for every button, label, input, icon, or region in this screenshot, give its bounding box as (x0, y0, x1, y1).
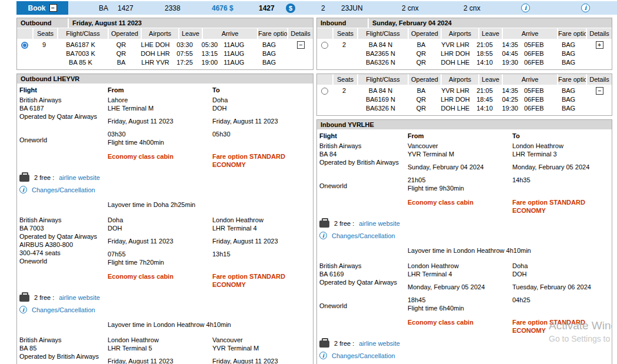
col-details: Details (288, 28, 313, 39)
arrive-date: 06FEB (524, 58, 544, 67)
alliance: Oneworld (19, 257, 103, 265)
currency-icon[interactable]: $ (286, 4, 295, 13)
fare-option-value: BAG (250, 49, 288, 58)
seats-value: 9 (32, 41, 56, 49)
operated-by: Operated by Qatar Airways (19, 112, 103, 121)
leave-value: 18:55 (473, 49, 496, 58)
from-city: Doha (108, 216, 208, 224)
departure-date-code: 23JUN (341, 1, 363, 15)
arrive-time: 04:25 (502, 95, 518, 104)
fare-option-value: BAG (550, 95, 587, 104)
operated-value: QR (405, 58, 437, 67)
arrive-time: 13:15 (202, 49, 218, 58)
flight-class-value: BA6169 N (356, 95, 405, 104)
layover-info: Layover time in London Heathrow 4h10min (408, 246, 608, 255)
to-time: 14h35 (512, 176, 608, 184)
inbound-connections: 2 cnx (463, 1, 481, 15)
col-leave: Leave (479, 28, 502, 39)
col-leave: Leave (479, 74, 502, 85)
flight-segment: British Airways BA 85 Operated by Britis… (19, 336, 309, 364)
to-date: Friday, August 11 2023 (212, 357, 309, 364)
changes-cancellation-link[interactable]: Changes/Cancellation (332, 232, 395, 239)
airline-website-link[interactable]: airline website (359, 340, 400, 347)
flight-time: Flight time 6h40min (408, 304, 508, 312)
leave-value: 07:55 (174, 49, 196, 58)
details-toggle-icon[interactable]: + (596, 41, 603, 49)
arrive-time: 19:00 (202, 58, 218, 67)
operated-by: Operated by British Airways (19, 352, 103, 360)
passenger-count: 2 (321, 1, 325, 15)
airline-name: British Airways (19, 96, 103, 104)
fare-option-label: Fare option STANDARD ECONOMY (512, 318, 608, 335)
airline-website-link[interactable]: airline website (359, 220, 400, 227)
table-row: BA7003 K QR DOH LHR 07:55 13:1511AUG BAG (17, 49, 313, 58)
to-city: London Heathrow (212, 216, 309, 224)
arrive-date: 11AUG (224, 49, 244, 58)
inbound-option-radio[interactable] (321, 88, 328, 95)
table-row: BA6169 N QR LHR DOH 18:45 04:2506FEB BAG (317, 95, 612, 104)
from-city: London Heathrow (408, 262, 508, 270)
to-terminal: LHR Terminal 4 (212, 224, 309, 232)
arrive-date: 11AUG (224, 58, 244, 67)
from-terminal: YVR Terminal M (408, 150, 508, 158)
operated-value: QR (105, 41, 137, 49)
outbound-details-title: Outbound LHEYVR (17, 74, 313, 84)
seats-value: 2 (332, 41, 356, 49)
inbound-option-radio[interactable] (321, 42, 328, 49)
info-icon[interactable]: i (19, 306, 27, 313)
flight-class-value: BA 84 N (356, 41, 405, 49)
alliance: Oneworld (319, 182, 403, 190)
info-icon[interactable]: i (521, 4, 530, 12)
col-seats: Seats (333, 74, 357, 85)
fare-option-label: Fare option STANDARD ECONOMY (212, 272, 309, 289)
operated-by: Operated by British Airways (319, 158, 403, 166)
info-icon[interactable]: i (319, 232, 327, 239)
changes-cancellation-link[interactable]: Changes/Cancellation (32, 306, 95, 313)
from-terminal: LHR Terminal 5 (108, 344, 208, 352)
changes-cancellation-link[interactable]: Changes/Cancellation (332, 352, 395, 359)
arrive-date: 11AUG (224, 41, 244, 49)
fare-option-value: BAG (550, 49, 587, 58)
col-arrive: Arrive (503, 28, 557, 39)
details-toggle-icon[interactable]: − (596, 87, 603, 95)
aircraft-type: AIRBUS A380-800 (19, 241, 103, 249)
airline-website-link[interactable]: airline website (59, 174, 100, 181)
airline-name: British Airways (319, 142, 403, 150)
from-date: Friday, August 11 2023 (108, 237, 208, 245)
baggage-allowance: 2 free : (34, 294, 54, 301)
fare-option-value: BAG (550, 104, 587, 113)
to-city: Doha (212, 96, 309, 104)
leave-value: 21:05 (473, 86, 496, 95)
changes-cancellation-link[interactable]: Changes/Cancellation (32, 186, 95, 193)
info-icon[interactable]: i (319, 352, 327, 359)
from-date: Sunday, February 04 2024 (408, 163, 508, 171)
outbound-option-radio[interactable] (21, 42, 28, 49)
cabin-class: Economy class cabin (108, 272, 212, 289)
book-button[interactable]: Book − (16, 1, 68, 15)
flight-number: BA 85 (19, 344, 103, 352)
airports-value: DOH LHE (437, 58, 473, 67)
col-arrive: Arrive (503, 74, 557, 85)
inbound-section-title: Inbound (317, 18, 368, 28)
inbound-column: Inbound Sunday, February 04 2024 Seats F… (316, 18, 612, 364)
airline-website-link[interactable]: airline website (59, 294, 100, 301)
arrive-time: 05:30 (202, 41, 218, 49)
layover-info: Layover time in London Heathrow 4h10min (108, 320, 309, 329)
layover-info: Layover time in Doha 2h25min (108, 201, 309, 209)
collapse-icon[interactable]: − (49, 4, 57, 12)
to-terminal: DOH (212, 104, 309, 112)
col-seats: Seats (333, 28, 357, 39)
details-toggle-icon[interactable]: − (297, 41, 305, 49)
booking-summary-bar: Book − BA 1427 2338 4676 $ 1427 $ 2 23JU… (16, 1, 617, 15)
col-leave: Leave (179, 28, 202, 39)
info-icon[interactable]: i (19, 186, 27, 193)
detail-col-to: To (212, 86, 309, 95)
baggage-allowance: 2 free : (334, 340, 354, 347)
to-time: 05h30 (212, 130, 309, 138)
alliance: Oneworld (319, 302, 403, 310)
aircraft-seats: 300-474 seats (19, 249, 103, 257)
col-arrive: Arrive (203, 28, 257, 39)
info-icon[interactable]: i (581, 4, 590, 12)
to-city: Doha (512, 262, 608, 270)
leave-value: 14:10 (473, 104, 496, 113)
